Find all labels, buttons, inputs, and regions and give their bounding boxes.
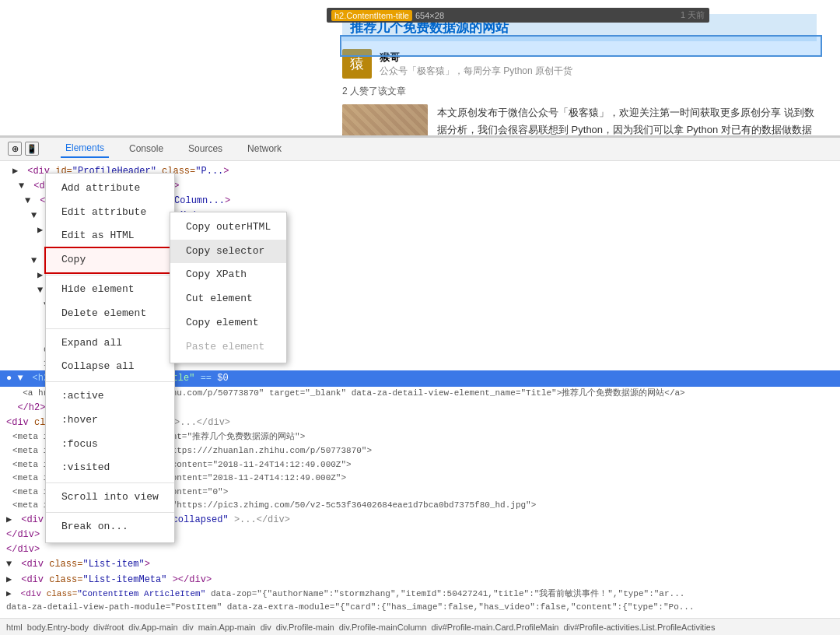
breadcrumb-root[interactable]: div#root: [92, 623, 125, 632]
dom-line: ▶ <div class="ContentItem ArticleItem" d…: [0, 588, 700, 602]
devtools-panel: ⊕ 📱 Elements Console Sources Network ▶ <…: [0, 136, 840, 635]
cm-edit-attribute[interactable]: Edit attribute: [46, 201, 174, 225]
breadcrumb-html[interactable]: html: [5, 623, 24, 632]
dom-line: ▼ <div class="List-item">: [0, 557, 840, 572]
breadcrumb-activities[interactable]: div#Profile-activities.List.ProfileActiv…: [562, 623, 716, 632]
cm-collapse-all[interactable]: Collapse all: [46, 355, 174, 379]
breadcrumb-div1[interactable]: div: [181, 623, 195, 632]
copy-xpath[interactable]: Copy XPath: [170, 263, 286, 287]
element-size: 654×28: [415, 11, 444, 20]
cm-scroll-view[interactable]: Scroll into view: [46, 486, 174, 510]
page-content: h2.ContentItem-title 654×28 1 天前 推荐几个免费数…: [0, 0, 840, 136]
breadcrumb-app-main[interactable]: div.App-main: [127, 623, 179, 632]
breadcrumb-main[interactable]: main.App-main: [197, 623, 257, 632]
breadcrumb-bar: html body.Entry-body div#root div.App-ma…: [0, 618, 840, 635]
readers-count: 2 人赞了该文章: [342, 85, 817, 98]
cut-element[interactable]: Cut element: [170, 287, 286, 311]
author-row: 猿 猴哥 公众号「极客猿」，每周分享 Python 原创干货: [342, 49, 817, 79]
tab-console[interactable]: Console: [124, 140, 168, 157]
dom-tree[interactable]: ▶ <div id="ProfileHeader" class="P...> ▼…: [0, 161, 840, 618]
cm-edit-html[interactable]: Edit as HTML: [46, 224, 174, 248]
breadcrumb-card[interactable]: div#Profile-main.Card.ProfileMain: [430, 623, 561, 632]
dom-line: data-za-detail-view-path-module="PostIte…: [0, 601, 700, 615]
element-tag: h2.ContentItem-title: [331, 10, 412, 21]
dom-line: </div>: [0, 542, 840, 557]
breadcrumb-profile-main[interactable]: div.Profile-main: [275, 623, 336, 632]
copy-element[interactable]: Copy element: [170, 311, 286, 335]
context-menu: Add attribute Edit attribute Edit as HTM…: [45, 173, 175, 543]
cm-divider2: [46, 328, 174, 329]
cm-divider4: [46, 482, 174, 483]
element-time: 1 天前: [681, 9, 705, 21]
cm-expand-all[interactable]: Expand all: [46, 332, 174, 356]
cm-copy[interactable]: Copy: [46, 248, 174, 272]
cm-divider5: [46, 512, 174, 513]
copy-outer-html[interactable]: Copy outerHTML: [170, 216, 286, 240]
cm-divider1: [46, 275, 174, 275]
breadcrumb-body[interactable]: body.Entry-body: [26, 623, 90, 632]
copy-submenu: Copy outerHTML Copy selector Copy XPath …: [170, 212, 287, 363]
author-name[interactable]: 猴哥: [380, 51, 572, 65]
cm-hide-element[interactable]: Hide element: [46, 278, 174, 302]
cm-state-active[interactable]: :active: [46, 384, 174, 409]
copy-selector[interactable]: Copy selector: [170, 240, 286, 264]
cm-state-focus[interactable]: :focus: [46, 433, 174, 457]
element-badge: h2.ContentItem-title 654×28 1 天前: [327, 8, 709, 23]
cm-delete-element[interactable]: Delete element: [46, 302, 174, 326]
author-avatar: 猿: [342, 49, 372, 79]
article-body-text: 本文原创发布于微信公众号「极客猿」，欢迎关注第一时间获取更多原创分享 说到数据分…: [437, 104, 817, 136]
tab-sources[interactable]: Sources: [184, 140, 227, 157]
devtools-action-icons: ⊕ 📱: [8, 142, 39, 156]
breadcrumb-profile-col[interactable]: div.Profile-mainColumn: [338, 623, 429, 632]
browser-container: h2.ContentItem-title 654×28 1 天前 推荐几个免费数…: [0, 0, 840, 635]
cm-break-on[interactable]: Break on...: [46, 515, 174, 539]
article-thumbnail: [342, 104, 428, 136]
author-subtitle: 公众号「极客猿」，每周分享 Python 原创干货: [380, 65, 572, 78]
cm-state-visited[interactable]: :visited: [46, 456, 174, 480]
breadcrumb-div2[interactable]: div: [259, 623, 273, 632]
cm-state-hover[interactable]: :hover: [46, 409, 174, 433]
cm-divider3: [46, 381, 174, 382]
dom-line: ▶ <div class="List-itemMeta" ></div>: [0, 573, 840, 588]
tab-elements[interactable]: Elements: [61, 139, 109, 158]
paste-element: Paste element: [170, 335, 286, 360]
inspect-icon[interactable]: ⊕: [8, 142, 22, 156]
cm-add-attribute[interactable]: Add attribute: [46, 177, 174, 201]
tab-network[interactable]: Network: [243, 140, 286, 157]
author-info: 猴哥 公众号「极客猿」，每周分享 Python 原创干货: [380, 51, 572, 78]
device-icon[interactable]: 📱: [25, 142, 39, 156]
zhihu-page: h2.ContentItem-title 654×28 1 天前 推荐几个免费数…: [0, 0, 840, 135]
devtools-toolbar: ⊕ 📱 Elements Console Sources Network: [0, 138, 840, 161]
article-body: 本文原创发布于微信公众号「极客猿」，欢迎关注第一时间获取更多原创分享 说到数据分…: [342, 104, 817, 136]
